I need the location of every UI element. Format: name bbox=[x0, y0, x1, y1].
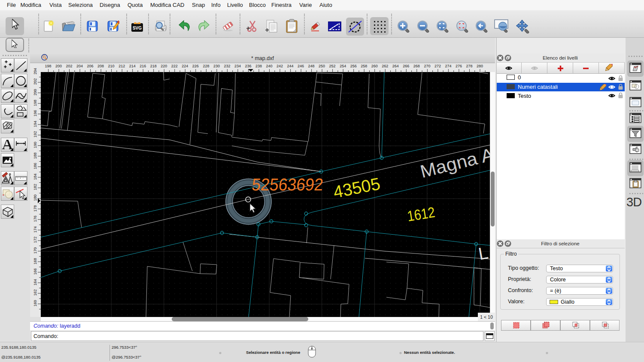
svg-text:SVG: SVG bbox=[133, 26, 142, 30]
svg-text:52563692: 52563692 bbox=[251, 175, 324, 194]
